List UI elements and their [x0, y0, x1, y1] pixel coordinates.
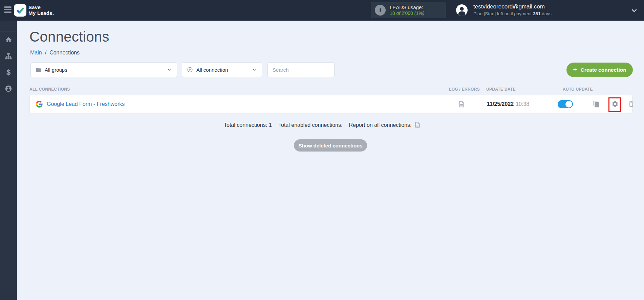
- auto-update-toggle[interactable]: [558, 100, 573, 108]
- update-time-value: 10:38: [516, 101, 529, 107]
- connections-tree-icon: [5, 52, 12, 60]
- connection-type-dropdown[interactable]: All connection: [182, 62, 262, 77]
- plus-icon: +: [573, 66, 577, 74]
- settings-connection-button[interactable]: [611, 100, 619, 109]
- update-date-cell: 11/25/202210:38: [487, 101, 529, 107]
- sidebar-item-billing[interactable]: $: [0, 64, 17, 80]
- report-all-connections: Report on all connections:: [349, 121, 421, 129]
- report-document-icon[interactable]: [414, 121, 421, 130]
- checkmark-logo-icon: [16, 6, 24, 15]
- column-header-update-date: UPDATE DATE: [486, 87, 516, 92]
- google-icon: [36, 101, 43, 109]
- copy-connection-button[interactable]: [593, 100, 600, 109]
- brand-line1: Save: [28, 4, 54, 10]
- leads-usage-label: LEADS usage:: [390, 4, 424, 10]
- search-box: [267, 62, 335, 77]
- log-errors-document-icon[interactable]: [458, 100, 465, 109]
- account-chevron-down-icon[interactable]: [630, 7, 638, 15]
- column-header-auto-update: AUTO UPDATE: [563, 87, 593, 92]
- report-label: Report on all connections:: [349, 122, 411, 128]
- leads-used: 18: [390, 10, 395, 16]
- copy-icon: [593, 100, 600, 108]
- account-email[interactable]: testvideorecord@gmail.com: [473, 3, 545, 10]
- leads-usage-widget: i LEADS usage: 18 of 2'000 (1%): [371, 2, 446, 18]
- sidebar-item-connections[interactable]: [0, 48, 17, 64]
- info-icon: i: [375, 5, 386, 16]
- connection-type-dropdown-value: All connection: [196, 67, 252, 73]
- show-deleted-connections-button[interactable]: Show deleted connections: [294, 139, 367, 152]
- plan-days: 381: [533, 11, 541, 16]
- brand-logo[interactable]: [14, 4, 26, 17]
- total-connections-label: Total connections:: [224, 122, 267, 128]
- groups-dropdown-value: All groups: [45, 67, 167, 73]
- update-date-value: 11/25/2022: [487, 101, 514, 107]
- sidebar-item-home[interactable]: [0, 31, 17, 48]
- sidebar: $: [0, 21, 17, 300]
- total-enabled-label: Total enabled connections:: [278, 122, 342, 128]
- chevron-down-icon: [167, 67, 172, 72]
- leads-of: of: [396, 10, 400, 16]
- create-connection-button[interactable]: + Create connection: [566, 63, 633, 77]
- plan-prefix: Plan |Start| left until payment: [473, 11, 532, 16]
- user-avatar-icon[interactable]: [456, 4, 468, 16]
- connections-summary: Total connections: 1 Total enabled conne…: [224, 121, 427, 129]
- breadcrumb-main-link[interactable]: Main: [30, 50, 42, 55]
- connection-name-link[interactable]: Google Lead Form - Freshworks: [47, 101, 125, 107]
- column-header-all-connections: ALL CONNECTIONS: [29, 87, 70, 92]
- total-enabled-connections: Total enabled connections:: [278, 122, 342, 128]
- sidebar-divider: [0, 97, 17, 97]
- create-connection-label: Create connection: [581, 67, 626, 73]
- connection-row: Google Lead Form - Freshworks 11/25/2022…: [29, 95, 632, 113]
- billing-dollar-icon: $: [6, 68, 10, 77]
- total-connections: Total connections: 1: [224, 122, 272, 128]
- folder-icon: [36, 67, 41, 73]
- brand-name: Save My Leads.: [28, 4, 54, 16]
- toggle-knob: [565, 101, 572, 108]
- hamburger-menu-icon[interactable]: [4, 6, 12, 14]
- trash-icon: [628, 100, 635, 108]
- column-header-log-errors: LOG / ERRORS: [449, 87, 480, 92]
- account-plan-info: Plan |Start| left until payment 381 days: [473, 11, 552, 16]
- app-root: Save My Leads. i LEADS usage: 18 of 2'00…: [0, 0, 644, 300]
- gear-icon: [611, 100, 619, 108]
- leads-percent: (1%): [414, 10, 425, 16]
- search-input[interactable]: [273, 67, 329, 73]
- leads-usage-value: 18 of 2'000 (1%): [390, 10, 424, 16]
- account-user-icon: [5, 85, 12, 92]
- plan-days-word: days: [542, 11, 552, 16]
- chevron-down-icon: [252, 67, 257, 72]
- breadcrumb: Main/Connections: [30, 50, 80, 56]
- breadcrumb-current: Connections: [49, 50, 80, 55]
- sidebar-item-account[interactable]: [0, 80, 17, 97]
- groups-dropdown[interactable]: All groups: [30, 62, 177, 77]
- page-title: Connections: [29, 29, 109, 45]
- play-circle-icon: [187, 67, 193, 73]
- leads-total: 2'000: [402, 10, 413, 16]
- breadcrumb-separator: /: [45, 50, 46, 55]
- topbar: Save My Leads. i LEADS usage: 18 of 2'00…: [0, 0, 644, 21]
- total-connections-value: 1: [269, 122, 272, 128]
- delete-connection-button[interactable]: [628, 100, 635, 109]
- home-icon: [5, 36, 12, 43]
- brand-line2: My Leads.: [28, 10, 54, 16]
